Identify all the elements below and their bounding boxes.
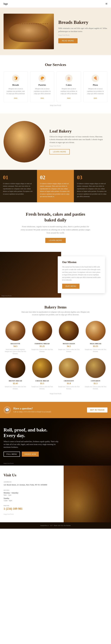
item-croissant-price: $1.8 xyxy=(57,382,81,385)
question-cta-button[interactable]: GET IN TOUCH xyxy=(87,408,108,412)
item-brown-name: BROWN BREAD xyxy=(3,380,27,382)
step-3: 03 Ut labore et dolore magna aliqua ut e… xyxy=(74,170,111,202)
question-body: Call us today: (717) 555-5555 or Email U… xyxy=(13,411,51,413)
hero-source: Image from Pexels xyxy=(58,34,108,36)
hero-read-more-button[interactable]: READ MORE xyxy=(58,38,78,43)
item-milk-name: MILK BREAD xyxy=(84,343,108,344)
breads-more[interactable]: more xyxy=(14,97,17,99)
step-3-body: Ut labore et dolore magna aliqua ut enim… xyxy=(77,182,108,198)
roll-order-now-button[interactable]: ORDER NOW xyxy=(22,452,39,457)
step-1: 01 Ut labore et dolore magna aliqua ut e… xyxy=(0,170,37,202)
hero-section: Breads Bakery Nibh venenatis cras sed fe… xyxy=(0,8,111,55)
visit-source: Image from Pexels xyxy=(3,514,60,515)
pizza-body: Dloqtest sint occaecat cupidatat non pro… xyxy=(86,88,105,95)
visit-phone-value[interactable]: 1 (234) 109 981 xyxy=(3,507,60,510)
visit-hours-label: HOURS xyxy=(3,489,60,491)
breads-icon: 🍞 xyxy=(12,74,19,82)
bakery-items-grid: BAGUETTE $4.5 Small batch sourdough bagu… xyxy=(3,320,108,390)
hero-text: Breads Bakery Nibh venenatis cras sed fe… xyxy=(58,20,108,43)
step-1-number: 01 xyxy=(3,174,34,180)
item-croissant-desc: Sample text. Click to select the Text El… xyxy=(57,386,81,390)
step-2-number: 02 xyxy=(40,174,71,180)
breads-body: Dloqtest sint occaecat cupidatat non pro… xyxy=(6,88,26,95)
pizza-icon: 🍕 xyxy=(92,74,99,82)
mission-our-menu-button[interactable]: OUR MENU xyxy=(62,284,80,289)
footer-text: SampleSite.co · 1117 · Made with Yola Si… xyxy=(3,525,108,526)
visit-address-value: 121 Rock Street, 21 Avenue, New York, NY… xyxy=(3,483,60,486)
visit-left: Visit Us ADDRESS 121 Rock Street, 21 Ave… xyxy=(0,466,64,522)
roll-section: Roll, proof, and bake. Every day. When i… xyxy=(0,418,111,466)
roll-body: When it comes to bread and sandwiches, f… xyxy=(3,440,60,449)
visit-section: Visit Us ADDRESS 121 Rock Street, 21 Ave… xyxy=(0,466,111,522)
services-title: Our Services xyxy=(3,62,108,67)
item-cinnabon-image xyxy=(85,358,106,378)
visit-hours: HOURS Monday - Saturday 9am - 1pm Sunday… xyxy=(3,489,60,502)
footer: SampleSite.co · 1117 · Made with Yola Si… xyxy=(0,522,111,529)
service-card-pizza: 🍕 Pizza Dloqtest sint occaecat cupidatat… xyxy=(83,72,108,102)
mission-card-body: The started our first bakery in the Sout… xyxy=(62,266,101,281)
pizza-more[interactable]: more xyxy=(94,97,97,99)
pastries-title: Pastries xyxy=(32,84,52,86)
items-source: Images from Pexels xyxy=(3,393,108,394)
question-icon: 💬 xyxy=(3,406,11,414)
item-cinnabon-name: CINNABON xyxy=(84,380,108,382)
item-mixed-price: $4.5 xyxy=(57,345,81,348)
item-cinnabon-price: $1.5 xyxy=(84,382,108,385)
bakery-items-title: Bakery Items xyxy=(3,305,108,310)
service-card-cakes: 🎂 Cakes Dloqtest sint occaecat cupidatat… xyxy=(57,72,81,102)
visit-hours-weekday: Monday - Saturday xyxy=(3,492,60,494)
question-text: Have a question? Call us today: (717) 55… xyxy=(13,407,51,413)
item-farming-name: FARMING BREAD xyxy=(30,343,54,344)
loaf-section: Loaf Bakery Ultrices leo integer malesua… xyxy=(0,114,111,170)
logo[interactable]: logo xyxy=(3,2,8,5)
roll-buttons: FULL MENU ORDER NOW xyxy=(3,452,60,457)
item-mixed-image xyxy=(58,320,79,341)
visit-address-label: ADDRESS xyxy=(3,481,60,483)
mission-section: Image from Pexels Our Mission The starte… xyxy=(0,252,111,298)
roll-full-menu-button[interactable]: FULL MENU xyxy=(3,452,20,457)
item-cinnabon-desc: Sample text. Click to select the Text El… xyxy=(84,386,108,390)
steps-section: 01 Ut labore et dolore magna aliqua ut e… xyxy=(0,170,111,202)
step-2-body: Ut labore et dolore magna aliqua ut enim… xyxy=(40,182,71,198)
services-grid: 🍞 Breads Dloqtest sint occaecat cupidata… xyxy=(3,72,108,102)
fresh-title: Fresh breads, cakes and pasties baked da… xyxy=(24,211,87,223)
services-section: Our Services 🍞 Breads Dloqtest sint occa… xyxy=(0,55,111,114)
item-milk-price: $3.55 xyxy=(84,345,108,348)
fresh-body: From wholesome, organic loaves to mouth-… xyxy=(20,225,91,234)
cakes-icon: 🎂 xyxy=(65,74,73,82)
question-title: Have a question? xyxy=(13,407,51,410)
item-croissant-image xyxy=(58,358,79,378)
loaf-text: Loaf Bakery Ultrices leo integer malesua… xyxy=(49,129,108,154)
service-card-breads: 🍞 Breads Dloqtest sint occaecat cupidata… xyxy=(3,72,28,102)
item-cheese: CHEESE BREAD $5.5 Sample text. Click to … xyxy=(30,358,54,390)
item-farming-image xyxy=(32,320,53,341)
visit-right xyxy=(64,466,111,522)
bakery-items-subtitle: Duis aute irure dolor in reprehenderit i… xyxy=(18,311,93,316)
services-source: Image from Pexels xyxy=(3,104,108,106)
item-baguette-image xyxy=(5,320,26,341)
step-2: 02 Ut labore et dolore magna aliqua ut e… xyxy=(37,170,74,202)
loaf-learn-more-button[interactable]: LEARN MORE xyxy=(49,149,70,154)
item-cheese-price: $5.5 xyxy=(30,382,54,385)
item-mixed: MIXED GRAIN $4.5 Sample text. Click to s… xyxy=(57,320,81,355)
item-croissant-name: CROISSANT xyxy=(57,380,81,382)
visit-hours-time2: 12am - 4pm xyxy=(3,500,60,502)
hamburger-icon[interactable]: ≡ xyxy=(105,2,108,6)
question-banner: 💬 Have a question? Call us today: (717) … xyxy=(0,402,111,418)
pizza-title: Pizza xyxy=(86,84,105,86)
item-mixed-desc: Sample text. Click to select the Text El… xyxy=(57,348,81,352)
item-farming-price: $5.25 xyxy=(30,345,54,348)
fresh-section: Fresh breads, cakes and pasties baked da… xyxy=(0,202,111,252)
pastries-more[interactable]: more xyxy=(41,97,44,99)
item-brown-image xyxy=(5,358,26,378)
breads-title: Breads xyxy=(6,84,26,86)
item-cheese-name: CHEESE BREAD xyxy=(30,380,54,382)
item-milk-desc: Sample text. Click to select the Text El… xyxy=(84,348,108,352)
roll-source: Image from Pexels xyxy=(3,462,14,464)
hero-body: Nibh venenatis cras sed felis eget velit… xyxy=(58,27,108,33)
item-cheese-image xyxy=(32,358,53,378)
fresh-learn-more-button[interactable]: LEARN MORE xyxy=(45,238,66,243)
visit-hours-sunday: Sunday xyxy=(3,497,60,500)
mission-card-title: Our Mission xyxy=(62,261,101,264)
cakes-more[interactable]: more xyxy=(67,97,70,99)
